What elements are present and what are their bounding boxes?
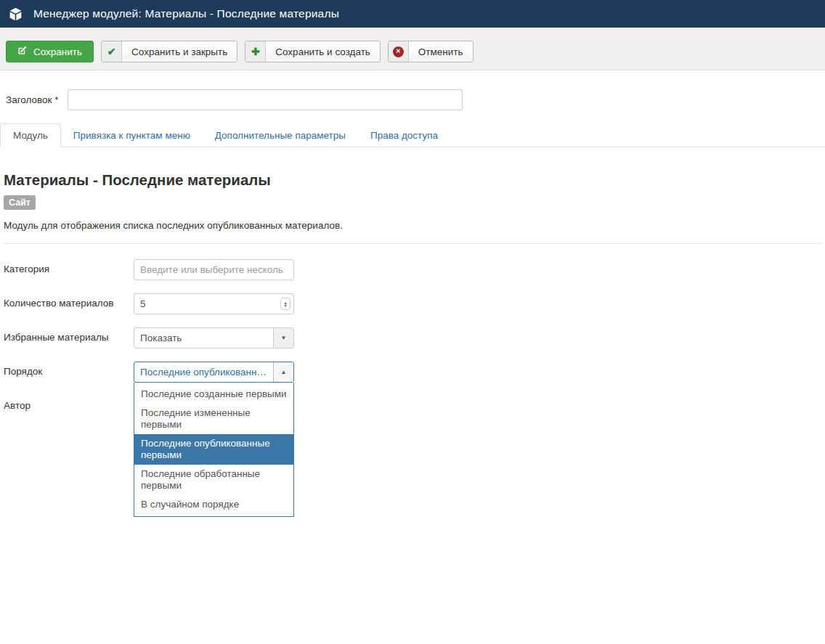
ordering-option-selected[interactable]: Последние опубликованные первыми: [134, 434, 293, 465]
ordering-select-toggle[interactable]: ▲: [273, 362, 293, 382]
cube-icon: [8, 7, 23, 22]
admin-header: Менеджер модулей: Материалы - Последние …: [0, 0, 825, 28]
category-row: Категория: [4, 259, 821, 280]
author-label: Автор: [4, 396, 134, 411]
title-field-label: Заголовок *: [6, 94, 58, 105]
ordering-option[interactable]: Последние измененные первыми: [134, 404, 293, 434]
ordering-label: Порядок: [4, 362, 134, 377]
save-close-button-label: Сохранить и закрыть: [122, 41, 237, 62]
site-badge: Сайт: [4, 195, 36, 210]
count-label: Количество материалов: [4, 293, 134, 309]
count-row: Количество материалов ▲ ▼: [4, 293, 821, 314]
cancel-button-label: Отменить: [409, 41, 473, 62]
caret-up-icon: ▲: [281, 369, 287, 375]
number-spinner[interactable]: ▲ ▼: [280, 298, 290, 310]
title-field-row: Заголовок *: [6, 89, 825, 110]
page-title: Менеджер модулей: Материалы - Последние …: [33, 7, 339, 20]
cancel-button[interactable]: ✕ Отменить: [388, 41, 474, 62]
category-input[interactable]: [134, 259, 294, 280]
tab-permissions[interactable]: Права доступа: [358, 124, 450, 147]
featured-select-value: Показать: [134, 328, 273, 348]
ordering-option[interactable]: Последние обработанные первыми: [134, 465, 293, 495]
module-description: Модуль для отображения списка последних …: [4, 220, 821, 231]
save-new-button[interactable]: ✚ Сохранить и создать: [245, 41, 381, 62]
featured-label: Избранные материалы: [4, 327, 134, 343]
tab-module[interactable]: Модуль: [0, 123, 61, 147]
edit-icon: [17, 46, 27, 57]
save-button-label: Сохранить: [33, 46, 82, 57]
ordering-dropdown: Последние созданные первыми Последние из…: [134, 383, 294, 517]
tab-bar: Модуль Привязка к пунктам меню Дополните…: [0, 123, 825, 147]
tab-advanced-options[interactable]: Дополнительные параметры: [203, 124, 358, 147]
tab-menu-assignment[interactable]: Привязка к пунктам меню: [61, 124, 203, 147]
title-input[interactable]: [68, 89, 463, 110]
featured-select-toggle[interactable]: ▼: [273, 328, 293, 348]
toolbar: Сохранить ✔ Сохранить и закрыть ✚ Сохран…: [0, 28, 825, 70]
divider: [4, 243, 821, 244]
save-new-button-label: Сохранить и создать: [266, 41, 380, 62]
plus-icon: ✚: [245, 41, 266, 62]
author-row: Автор: [4, 396, 821, 417]
ordering-option[interactable]: Последние созданные первыми: [134, 385, 293, 404]
caret-down-icon: ▼: [281, 335, 287, 341]
count-input[interactable]: [134, 293, 294, 314]
module-heading: Материалы - Последние материалы: [4, 171, 821, 189]
featured-select[interactable]: Показать ▼: [134, 327, 294, 349]
spinner-down-icon[interactable]: ▼: [284, 304, 288, 307]
save-button[interactable]: Сохранить: [6, 41, 94, 62]
category-label: Категория: [4, 259, 134, 274]
save-close-button[interactable]: ✔ Сохранить и закрыть: [101, 41, 237, 62]
featured-row: Избранные материалы Показать ▼: [4, 327, 821, 349]
ordering-row: Порядок Последние опубликованн… ▲ Послед…: [4, 362, 821, 383]
ordering-option[interactable]: В случайном порядке: [134, 495, 293, 514]
ordering-select-value: Последние опубликованн…: [134, 362, 273, 382]
check-icon: ✔: [102, 41, 122, 62]
ordering-select[interactable]: Последние опубликованн… ▲: [134, 362, 294, 383]
cancel-icon: ✕: [389, 41, 409, 62]
